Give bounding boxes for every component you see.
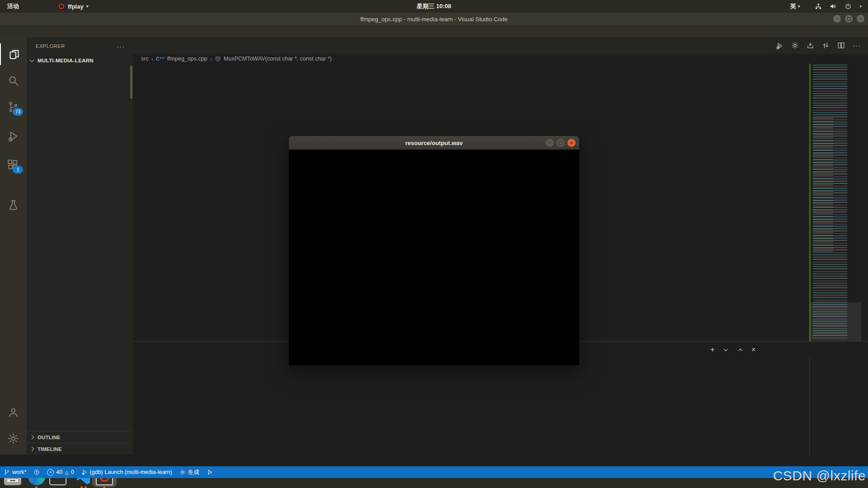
outline-section[interactable]: OUTLINE — [27, 431, 133, 443]
editor-actions: ∨ ··· — [776, 37, 868, 54]
explorer-sidebar: EXPLORER ··· MULTI-MEDIA-LEARN OUTLINE T… — [27, 37, 133, 455]
terminal-dropdown-icon[interactable] — [722, 347, 729, 353]
breadcrumb: src › C⁺⁺ ffmpeg_ops.cpp › MuxPCMToWAV(c… — [133, 54, 868, 64]
compare-changes-icon[interactable] — [822, 42, 830, 49]
maximize-button[interactable] — [557, 139, 565, 147]
running-indicator — [35, 486, 38, 488]
ffplay-titlebar[interactable]: resource/output.wav − × — [289, 136, 579, 150]
search-icon[interactable] — [0, 70, 27, 91]
chevron-right-icon — [30, 447, 34, 451]
workspace-section-header[interactable]: MULTI-MEDIA-LEARN — [27, 55, 133, 66]
panel-actions: + × — [710, 345, 755, 354]
warnings-icon: △ — [65, 469, 68, 475]
chevron-down-icon — [30, 58, 34, 62]
breadcrumb-item[interactable]: ffmpeg_ops.cpp — [167, 56, 208, 62]
timeline-section[interactable]: TIMELINE — [27, 443, 133, 455]
running-indicator — [85, 486, 87, 488]
file-tree — [27, 66, 133, 431]
minimap[interactable] — [809, 64, 861, 341]
ubuntu-top-bar: 活动 ffplay ▾ 星期三 10:08 英▾ ▾ — [0, 0, 868, 13]
publish-changes-button[interactable] — [30, 466, 43, 478]
run-button[interactable] — [203, 466, 217, 478]
split-editor-icon[interactable] — [837, 42, 845, 49]
more-actions-icon[interactable]: ··· — [117, 42, 125, 50]
window-titlebar[interactable]: ffmpeg_ops.cpp - multi-media-learn - Vis… — [0, 13, 868, 25]
breadcrumb-separator: › — [210, 56, 212, 62]
errors-icon: × — [47, 469, 54, 476]
run-debug-icon[interactable] — [0, 125, 27, 147]
network-icon[interactable] — [815, 3, 822, 10]
status-bar: work* × 40 △ 0 (gdb) Launch (multi-media… — [0, 466, 868, 478]
chevron-right-icon — [30, 435, 34, 440]
extensions-badge: 1 — [13, 166, 23, 174]
activity-bar: 73 1 — [0, 37, 27, 455]
run-or-debug-button[interactable]: ∨ — [776, 41, 783, 49]
breadcrumb-item[interactable]: src — [141, 56, 149, 62]
clock[interactable]: 星期三 10:08 — [0, 2, 868, 10]
new-terminal-icon[interactable]: + — [710, 345, 715, 354]
input-method-indicator[interactable]: 英▾ — [790, 2, 800, 10]
maximize-panel-icon[interactable] — [737, 347, 744, 353]
scm-badge: 73 — [13, 108, 23, 116]
more-actions-icon[interactable]: ··· — [853, 42, 861, 49]
breadcrumb-separator: › — [151, 56, 153, 62]
close-panel-icon[interactable]: × — [751, 346, 755, 354]
test-extension-icon[interactable] — [0, 194, 27, 216]
source-control-icon[interactable]: 73 — [0, 96, 27, 117]
spectrogram-view[interactable] — [289, 150, 579, 365]
account-icon[interactable] — [0, 401, 27, 423]
ffplay-window-title: resource/output.wav — [405, 140, 462, 146]
ffplay-window[interactable]: resource/output.wav − × — [289, 136, 579, 365]
menu-bar — [0, 25, 868, 37]
minimize-button[interactable]: − — [833, 15, 841, 23]
close-button[interactable]: × — [857, 15, 864, 23]
cpp-file-icon: C⁺⁺ — [156, 56, 165, 61]
running-indicator — [103, 486, 105, 488]
problems-status[interactable]: × 40 △ 0 — [43, 466, 77, 478]
publish-icon — [33, 469, 40, 475]
symbol-method-icon — [215, 56, 221, 62]
debug-play-icon — [81, 469, 88, 475]
close-button[interactable]: × — [567, 139, 576, 147]
play-icon — [207, 469, 213, 475]
spectrogram-shade — [289, 150, 579, 365]
minimize-button[interactable]: − — [546, 139, 554, 147]
extensions-icon[interactable]: 1 — [0, 154, 27, 175]
breadcrumb-item[interactable]: MuxPCMToWAV(const char *, const char *) — [224, 56, 332, 62]
sidebar-title: EXPLORER — [36, 43, 65, 49]
editor-tabs-bar: ∨ ··· — [133, 37, 868, 54]
terminal-sessions-list — [809, 358, 868, 455]
explorer-icon[interactable] — [0, 43, 28, 65]
settings-gear-icon[interactable] — [0, 427, 27, 449]
debug-launch-status[interactable]: (gdb) Launch (multi-media-learn) — [78, 466, 176, 478]
branch-icon — [4, 469, 10, 475]
sidebar-scrollbar[interactable] — [130, 66, 132, 99]
settings-gear-icon[interactable] — [791, 42, 799, 49]
csdn-watermark: CSDN @lxzlife — [773, 468, 866, 483]
overview-ruler — [860, 64, 868, 341]
system-menu-chevron-icon[interactable]: ▾ — [859, 4, 862, 9]
maximize-button[interactable] — [845, 15, 853, 23]
running-indicator — [80, 486, 83, 488]
gear-icon — [179, 469, 186, 475]
git-branch-status[interactable]: work* — [0, 466, 30, 478]
window-title: ffmpeg_ops.cpp - multi-media-learn - Vis… — [360, 16, 508, 23]
cmake-build-button[interactable]: 生成 — [176, 466, 203, 478]
volume-icon[interactable] — [830, 3, 837, 10]
chevron-down-icon: ▾ — [798, 4, 800, 9]
power-icon[interactable] — [844, 3, 852, 10]
install-extension-icon[interactable] — [807, 42, 814, 49]
